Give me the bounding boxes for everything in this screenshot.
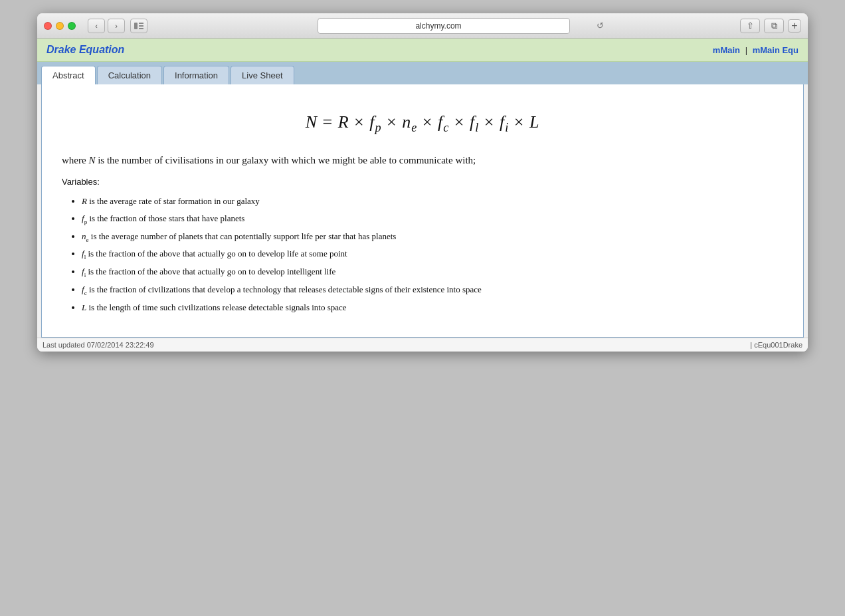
list-item: fi is the fraction of the above that act… [82,264,783,280]
footer-bar: Last updated 07/02/2014 23:22:49 | cEqu0… [37,338,808,352]
share-button[interactable]: ⇧ [740,19,760,33]
link-separator: | [745,45,747,55]
list-item: L is the length of time such civilizatio… [82,300,783,315]
new-tab-button[interactable]: + [788,19,801,33]
tab-abstract[interactable]: Abstract [41,66,96,84]
footer-code: | cEqu001Drake [750,341,802,349]
svg-rect-1 [139,23,143,24]
new-window-button[interactable]: ⧉ [764,19,784,33]
svg-rect-2 [139,25,143,27]
tab-information[interactable]: Information [163,66,229,84]
variables-heading: Variables: [62,177,783,187]
close-button[interactable] [44,22,52,30]
traffic-lights [44,22,76,30]
forward-button[interactable]: › [108,19,125,33]
minimize-button[interactable] [56,22,64,30]
list-item: ne is the average number of planets that… [82,229,783,245]
mmain-equ-link[interactable]: mMain Equ [753,45,798,55]
browser-actions: ⇧ ⧉ + [740,19,801,33]
browser-titlebar: ‹ › alchymy.com ↺ ⇧ ⧉ + [37,13,808,39]
nav-buttons: ‹ › [88,19,125,33]
tab-live-sheet[interactable]: Live Sheet [231,66,294,84]
address-bar[interactable]: alchymy.com [318,18,570,34]
equation-display: N = R × fp × ne × fc × fl × fi × L [62,111,783,135]
reload-button[interactable]: ↺ [595,21,605,31]
list-item: R is the average rate of star formation … [82,193,783,209]
address-bar-container: alchymy.com ↺ [153,18,735,34]
back-button[interactable]: ‹ [88,19,105,33]
page-content: Drake Equation mMain | mMain Equ Abstrac… [37,39,808,352]
math-equation: N = R × fp × ne × fc × fl × fi × L [306,112,540,132]
svg-rect-0 [134,23,138,29]
list-item: fl is the fraction of the above that act… [82,246,783,262]
maximize-button[interactable] [68,22,76,30]
mmain-link[interactable]: mMain [713,45,740,55]
variables-list: R is the average rate of star formation … [62,193,783,316]
browser-window: ‹ › alchymy.com ↺ ⇧ ⧉ + Drake Equatio [37,13,808,352]
svg-rect-3 [139,28,143,29]
header-links: mMain | mMain Equ [713,45,798,55]
main-panel: N = R × fp × ne × fc × fl × fi × L where… [41,84,804,338]
tab-calculation[interactable]: Calculation [97,66,162,84]
url-text: alchymy.com [415,21,461,31]
app-title: Drake Equation [47,44,124,56]
list-item: fp is the fraction of those stars that h… [82,211,783,227]
footer-last-updated: Last updated 07/02/2014 23:22:49 [43,341,750,349]
description-text: where N is the number of civilisations i… [62,155,783,166]
sidebar-button[interactable] [130,19,147,33]
app-header: Drake Equation mMain | mMain Equ [37,39,808,62]
tabs-container: Abstract Calculation Information Live Sh… [37,62,808,84]
list-item: fc is the fraction of civilizations that… [82,282,783,298]
